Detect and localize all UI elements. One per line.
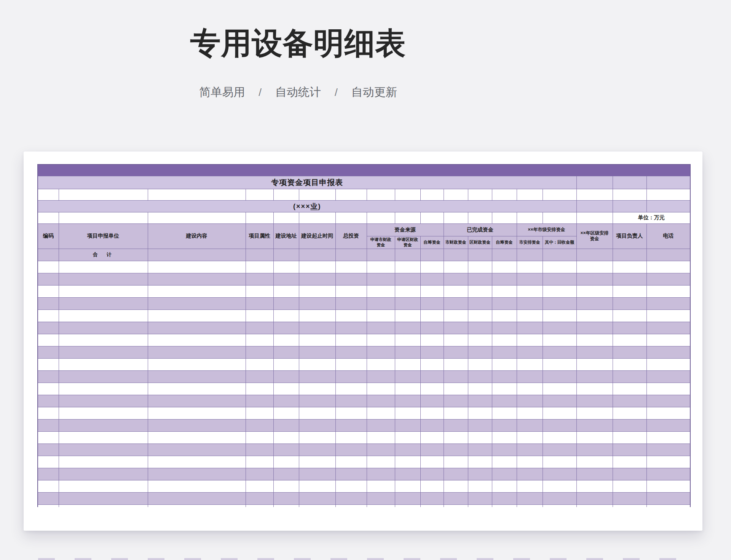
spreadsheet-cell[interactable] bbox=[646, 383, 690, 395]
spreadsheet-cell[interactable] bbox=[492, 492, 517, 504]
spreadsheet-cell[interactable] bbox=[273, 346, 299, 358]
spreadsheet-cell[interactable] bbox=[517, 212, 543, 223]
spreadsheet-cell[interactable] bbox=[444, 189, 468, 200]
spreadsheet-cell[interactable] bbox=[517, 419, 543, 431]
spreadsheet-cell[interactable] bbox=[517, 358, 543, 370]
spreadsheet-cell[interactable] bbox=[646, 395, 690, 407]
spreadsheet-cell[interactable] bbox=[468, 395, 492, 407]
spreadsheet-cell[interactable] bbox=[59, 383, 148, 395]
spreadsheet-cell[interactable] bbox=[367, 492, 395, 504]
spreadsheet-cell[interactable] bbox=[299, 383, 335, 395]
spreadsheet-cell[interactable] bbox=[246, 407, 273, 419]
spreadsheet-cell[interactable] bbox=[273, 444, 299, 456]
spreadsheet-cell[interactable] bbox=[517, 395, 543, 407]
spreadsheet-cell[interactable] bbox=[517, 273, 543, 285]
spreadsheet-cell[interactable] bbox=[613, 189, 646, 200]
spreadsheet-cell[interactable] bbox=[420, 431, 444, 444]
spreadsheet-cell[interactable] bbox=[420, 310, 444, 322]
spreadsheet-cell[interactable] bbox=[492, 322, 517, 334]
spreadsheet-cell[interactable] bbox=[420, 492, 444, 504]
spreadsheet-cell[interactable] bbox=[38, 249, 59, 261]
spreadsheet-cell[interactable] bbox=[367, 261, 395, 273]
spreadsheet-cell[interactable] bbox=[273, 383, 299, 395]
spreadsheet-cell[interactable] bbox=[38, 346, 59, 358]
spreadsheet-cell[interactable] bbox=[59, 261, 148, 273]
spreadsheet-cell[interactable] bbox=[517, 492, 543, 504]
spreadsheet-cell[interactable] bbox=[367, 310, 395, 322]
spreadsheet-cell[interactable] bbox=[395, 346, 420, 358]
spreadsheet-cell[interactable] bbox=[59, 370, 148, 383]
spreadsheet-cell[interactable] bbox=[420, 334, 444, 346]
spreadsheet-cell[interactable] bbox=[517, 456, 543, 468]
spreadsheet-cell[interactable] bbox=[444, 334, 468, 346]
spreadsheet-cell[interactable] bbox=[273, 249, 299, 261]
spreadsheet-cell[interactable] bbox=[468, 456, 492, 468]
spreadsheet-cell[interactable] bbox=[646, 273, 690, 285]
spreadsheet-cell[interactable] bbox=[613, 249, 646, 261]
spreadsheet-cell[interactable] bbox=[543, 395, 576, 407]
spreadsheet-cell[interactable] bbox=[420, 480, 444, 492]
spreadsheet-cell[interactable] bbox=[543, 419, 576, 431]
spreadsheet-cell[interactable] bbox=[367, 383, 395, 395]
spreadsheet-cell[interactable] bbox=[395, 444, 420, 456]
spreadsheet-cell[interactable] bbox=[246, 444, 273, 456]
spreadsheet-cell[interactable] bbox=[468, 285, 492, 297]
spreadsheet-cell[interactable] bbox=[246, 395, 273, 407]
spreadsheet-cell[interactable] bbox=[492, 407, 517, 419]
spreadsheet-cell[interactable] bbox=[273, 395, 299, 407]
spreadsheet-cell[interactable] bbox=[444, 285, 468, 297]
spreadsheet-cell[interactable] bbox=[148, 189, 246, 200]
spreadsheet-cell[interactable] bbox=[543, 273, 576, 285]
spreadsheet-cell[interactable] bbox=[468, 334, 492, 346]
spreadsheet-cell[interactable] bbox=[576, 407, 613, 419]
spreadsheet-cell[interactable] bbox=[646, 310, 690, 322]
spreadsheet-cell[interactable] bbox=[246, 297, 273, 310]
spreadsheet-cell[interactable] bbox=[299, 297, 335, 310]
spreadsheet-cell[interactable] bbox=[468, 358, 492, 370]
spreadsheet-cell[interactable] bbox=[517, 468, 543, 480]
spreadsheet-cell[interactable] bbox=[517, 297, 543, 310]
spreadsheet-cell[interactable] bbox=[59, 189, 148, 200]
spreadsheet-cell[interactable] bbox=[646, 285, 690, 297]
spreadsheet-cell[interactable] bbox=[246, 346, 273, 358]
spreadsheet-cell[interactable] bbox=[299, 431, 335, 444]
spreadsheet-cell[interactable] bbox=[38, 212, 59, 223]
spreadsheet-cell[interactable] bbox=[148, 334, 246, 346]
spreadsheet-cell[interactable] bbox=[492, 383, 517, 395]
spreadsheet-cell[interactable] bbox=[395, 419, 420, 431]
spreadsheet-cell[interactable] bbox=[273, 504, 299, 507]
spreadsheet-cell[interactable] bbox=[444, 468, 468, 480]
spreadsheet-cell[interactable] bbox=[148, 504, 246, 507]
spreadsheet-cell[interactable] bbox=[395, 504, 420, 507]
spreadsheet-cell[interactable] bbox=[395, 273, 420, 285]
spreadsheet-cell[interactable] bbox=[613, 504, 646, 507]
spreadsheet-cell[interactable] bbox=[576, 334, 613, 346]
spreadsheet-cell[interactable] bbox=[468, 346, 492, 358]
spreadsheet-cell[interactable] bbox=[468, 492, 492, 504]
spreadsheet-cell[interactable] bbox=[613, 407, 646, 419]
spreadsheet-cell[interactable] bbox=[38, 480, 59, 492]
spreadsheet-cell[interactable] bbox=[395, 358, 420, 370]
spreadsheet-cell[interactable] bbox=[646, 249, 690, 261]
spreadsheet-cell[interactable] bbox=[444, 492, 468, 504]
spreadsheet-cell[interactable] bbox=[335, 212, 367, 223]
spreadsheet-cell[interactable] bbox=[367, 273, 395, 285]
spreadsheet-cell[interactable] bbox=[246, 358, 273, 370]
spreadsheet-cell[interactable] bbox=[576, 249, 613, 261]
spreadsheet-cell[interactable] bbox=[492, 444, 517, 456]
spreadsheet-cell[interactable] bbox=[613, 273, 646, 285]
spreadsheet-cell[interactable] bbox=[576, 285, 613, 297]
spreadsheet-cell[interactable] bbox=[299, 346, 335, 358]
spreadsheet-cell[interactable] bbox=[335, 346, 367, 358]
spreadsheet-cell[interactable] bbox=[420, 249, 444, 261]
spreadsheet-cell[interactable] bbox=[543, 407, 576, 419]
spreadsheet-cell[interactable] bbox=[148, 273, 246, 285]
spreadsheet-cell[interactable] bbox=[420, 322, 444, 334]
spreadsheet-cell[interactable] bbox=[246, 468, 273, 480]
spreadsheet-cell[interactable] bbox=[273, 212, 299, 223]
spreadsheet-cell[interactable] bbox=[38, 334, 59, 346]
spreadsheet-cell[interactable] bbox=[335, 370, 367, 383]
spreadsheet-cell[interactable] bbox=[517, 383, 543, 395]
spreadsheet-cell[interactable] bbox=[367, 431, 395, 444]
spreadsheet-cell[interactable] bbox=[395, 480, 420, 492]
